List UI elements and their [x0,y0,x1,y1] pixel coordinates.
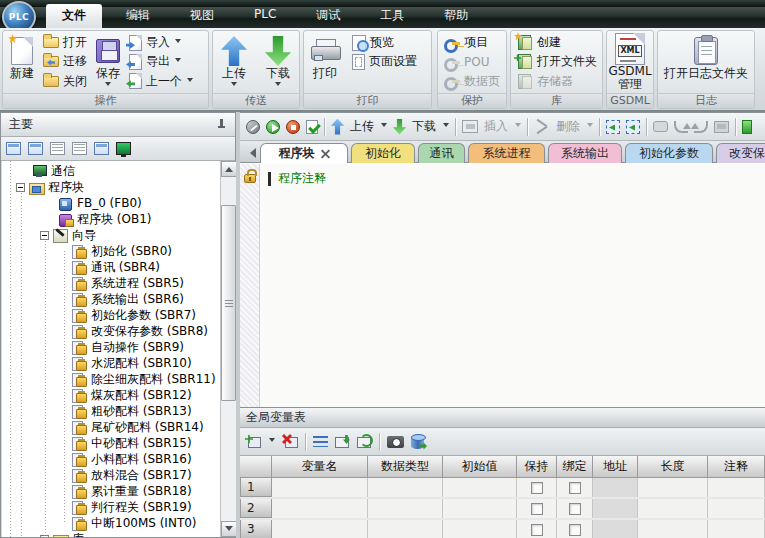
new-button[interactable]: 新建 [6,33,38,91]
row-number[interactable]: 3 [240,520,272,538]
toolbar-upload-label[interactable]: 上传 [350,118,374,135]
tree-item-int0[interactable]: 中断100MS (INT0) [72,515,197,531]
upload-button[interactable]: 上传 [217,33,251,91]
tree-item-sbr6[interactable]: 系统输出 (SBR6) [72,291,184,307]
bind-checkbox[interactable] [569,503,581,515]
col-comment[interactable]: 注释 [708,456,765,478]
print-button[interactable]: 打印 [307,33,343,91]
cell-variable-name[interactable] [272,478,368,497]
bind-checkbox[interactable] [569,482,581,494]
cell-address[interactable] [593,478,638,497]
col-variable-name[interactable]: 变量名 [272,456,368,478]
tree-item-communication[interactable]: 通信 [32,163,75,179]
data-block-icon[interactable] [72,142,87,155]
tab-comm[interactable]: 通讯 [418,143,465,163]
page-setup-button[interactable]: 页面设置 [349,52,420,71]
bookmark-toggle-icon[interactable] [606,120,620,134]
sort-list-icon[interactable] [313,436,328,447]
col-data-type[interactable]: 数据类型 [368,456,443,478]
tree-item-sbr19[interactable]: 判行程关 (SBR19) [72,499,192,515]
cell-length[interactable] [638,520,708,538]
tab-system-process[interactable]: 系统进程 [468,143,545,163]
tree-item-sbr12[interactable]: 煤灰配料 (SBR12) [72,387,192,403]
tab-scroll-left-button[interactable] [243,145,257,160]
close-button[interactable]: 关闭 [40,72,90,91]
tree-item-library[interactable]: 库 [40,531,84,537]
cell-data-type[interactable] [368,520,443,538]
col-initial-value[interactable]: 初始值 [443,456,517,478]
tree-item-sbr17[interactable]: 放料混合 (SBR17) [72,467,192,483]
row-number[interactable]: 2 [240,499,272,518]
tab-system-output[interactable]: 系统输出 [548,143,622,163]
import-button[interactable]: 导入 [126,33,196,52]
snapshot-icon[interactable] [387,436,404,448]
library-open-folder-button[interactable]: 打开文件夹 [514,52,600,71]
status-chart-icon[interactable] [50,142,65,155]
tab-init[interactable]: 初始化 [351,143,415,163]
tree-item-ob1[interactable]: 程序块 (OB1) [58,211,152,227]
previous-button[interactable]: 上一个 [126,72,196,91]
protect-project-button[interactable]: 项目 [441,33,503,52]
tree-item-sbr9[interactable]: 自动操作 (SBR9) [72,339,184,355]
menu-debug[interactable]: 调试 [300,4,356,28]
insert-row-caret-icon[interactable] [269,438,275,445]
tab-change-save-params[interactable]: 改变保存参数 [716,143,765,163]
col-retain[interactable]: 保持 [517,456,557,478]
tab-close-icon[interactable] [321,149,330,158]
tab-program-block[interactable]: 程序块 [260,143,348,163]
compile-icon[interactable] [246,120,260,134]
menu-view[interactable]: 视图 [174,4,230,28]
retain-checkbox[interactable] [531,503,543,515]
col-address[interactable]: 地址 [593,456,638,478]
tree-item-fb0[interactable]: FB_0 (FB0) [58,195,142,211]
cell-address[interactable] [593,520,638,538]
menu-edit[interactable]: 编辑 [110,4,166,28]
menu-help[interactable]: 帮助 [428,4,484,28]
force-table-icon[interactable] [742,120,752,134]
cell-initial-value[interactable] [443,520,517,538]
tree-item-sbr11[interactable]: 除尘细灰配料 (SBR11) [72,371,216,387]
col-length[interactable]: 长度 [638,456,708,478]
row-number[interactable]: 1 [240,478,272,497]
cell-variable-name[interactable] [272,499,368,518]
tree-item-sbr5[interactable]: 系统进程 (SBR5) [72,275,184,291]
tree-item-sbr10[interactable]: 水泥配料 (SBR10) [72,355,192,371]
bookmark-next-icon[interactable] [626,120,640,134]
run-icon[interactable] [266,120,280,134]
tree-item-program-block[interactable]: 程序块 [16,179,84,195]
export-button[interactable]: 导出 [126,52,196,71]
migrate-button[interactable]: 迁移 [40,52,90,71]
tree-item-sbr16[interactable]: 小料配料 (SBR16) [72,451,192,467]
preview-button[interactable]: 预览 [349,33,420,52]
gsdml-manage-button[interactable]: XML GSDML 管理 [608,33,651,91]
tree-item-sbr0[interactable]: 初始化 (SBR0) [72,243,172,259]
scroll-down-button[interactable] [221,521,237,537]
open-button[interactable]: 打开 [40,33,90,52]
open-log-folder-button[interactable]: 打开日志文件夹 [660,33,752,91]
menu-file[interactable]: 文件 [46,4,102,28]
cell-data-type[interactable] [368,499,443,518]
tree-item-sbr4[interactable]: 通讯 (SBR4) [72,259,160,275]
cell-initial-value[interactable] [443,499,517,518]
cell-variable-name[interactable] [272,520,368,538]
retain-checkbox[interactable] [531,482,543,494]
collapse-expander-icon[interactable] [16,183,25,192]
col-bind[interactable]: 绑定 [557,456,593,478]
project-view-icon[interactable] [6,142,21,155]
tree-item-sbr13[interactable]: 粗砂配料 (SBR13) [72,403,192,419]
tree-item-sbr8[interactable]: 改变保存参数 (SBR8) [72,323,208,339]
cell-length[interactable] [638,499,708,518]
cross-reference-icon[interactable] [94,142,109,155]
tree-item-sbr18[interactable]: 累计重量 (SBR18) [72,483,192,499]
delete-row-icon[interactable] [282,435,298,448]
collapse-expander-icon[interactable] [40,231,49,240]
cell-address[interactable] [593,499,638,518]
upload-caret-icon[interactable] [381,123,387,130]
tree-scrollbar[interactable] [220,161,236,537]
scroll-up-button[interactable] [221,161,237,177]
program-editor[interactable]: 程序注释 [240,163,765,407]
cell-length[interactable] [638,478,708,497]
save-button[interactable]: 保存 [92,33,124,91]
database-icon[interactable] [411,435,424,449]
scrollbar-thumb[interactable] [221,205,236,401]
